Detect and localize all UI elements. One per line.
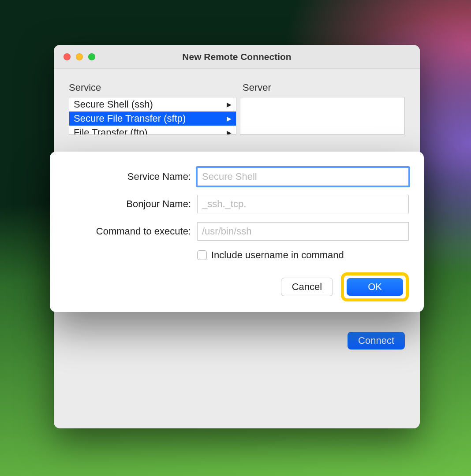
ok-button[interactable]: OK <box>347 278 403 296</box>
bonjour-name-input[interactable] <box>197 195 409 213</box>
server-list[interactable] <box>240 97 405 135</box>
include-username-checkbox[interactable] <box>197 250 207 260</box>
titlebar: New Remote Connection <box>54 45 420 69</box>
include-username-label: Include username in command <box>211 249 344 261</box>
command-row: Command to execute: <box>65 222 409 241</box>
bonjour-name-label: Bonjour Name: <box>65 198 197 210</box>
include-username-row: Include username in command <box>197 249 409 261</box>
service-name-input[interactable] <box>197 167 409 186</box>
sheet-buttons: Cancel OK <box>65 272 409 301</box>
service-item-sftp[interactable]: Secure File Transfer (sftp) ▶ <box>69 112 236 126</box>
chevron-right-icon: ▶ <box>227 101 232 108</box>
chevron-right-icon: ▶ <box>227 129 232 135</box>
service-name-label: Service Name: <box>65 171 197 182</box>
service-item-label: Secure File Transfer (sftp) <box>74 113 186 124</box>
service-edit-sheet: Service Name: Bonjour Name: Command to e… <box>50 152 424 312</box>
cancel-button[interactable]: Cancel <box>281 278 333 296</box>
command-input[interactable] <box>197 222 409 241</box>
service-item-ssh[interactable]: Secure Shell (ssh) ▶ <box>69 97 236 112</box>
service-item-label: File Transfer (ftp) <box>74 127 147 135</box>
service-list[interactable]: Secure Shell (ssh) ▶ Secure File Transfe… <box>69 97 236 135</box>
service-item-label: Secure Shell (ssh) <box>74 99 153 110</box>
service-column-label: Service <box>69 82 236 97</box>
server-column-label: Server <box>236 82 405 97</box>
columns-header: Service Server <box>69 82 405 97</box>
connect-button[interactable]: Connect <box>348 332 405 350</box>
service-item-ftp[interactable]: File Transfer (ftp) ▶ <box>69 126 236 135</box>
command-label: Command to execute: <box>65 226 197 237</box>
ok-highlight: OK <box>341 272 409 301</box>
connect-row: Connect <box>69 332 405 350</box>
service-name-row: Service Name: <box>65 167 409 186</box>
bonjour-name-row: Bonjour Name: <box>65 195 409 213</box>
window-title: New Remote Connection <box>54 52 420 62</box>
chevron-right-icon: ▶ <box>227 115 232 122</box>
list-panes: Secure Shell (ssh) ▶ Secure File Transfe… <box>69 97 405 135</box>
